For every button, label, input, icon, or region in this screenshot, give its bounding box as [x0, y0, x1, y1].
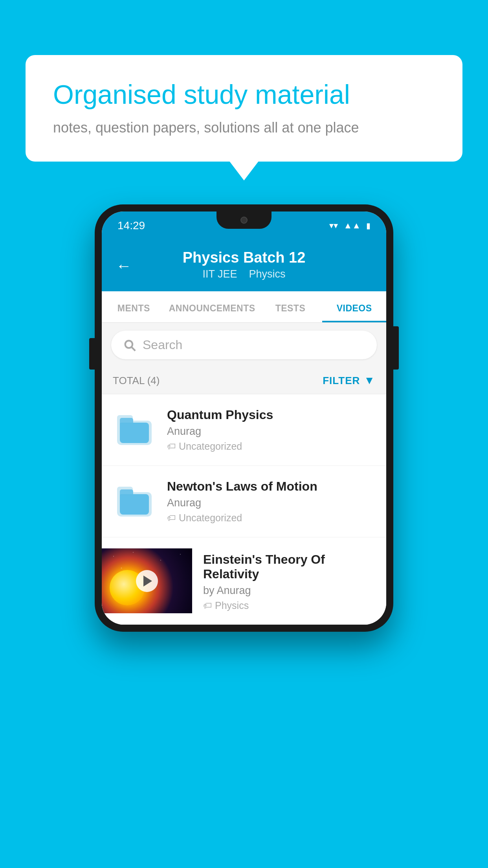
back-button[interactable]: ←	[116, 257, 132, 274]
battery-icon: ▮	[366, 221, 371, 230]
video-thumbnail	[102, 548, 192, 613]
tab-videos[interactable]: VIDEOS	[322, 291, 386, 322]
header-subtitle: IIT JEE Physics	[116, 268, 372, 280]
speech-bubble: Organised study material notes, question…	[26, 55, 462, 162]
subtitle-physics: Physics	[249, 268, 286, 280]
svg-point-0	[125, 340, 132, 348]
wifi-icon: ▾▾	[329, 221, 338, 231]
list-item[interactable]: Quantum Physics Anurag 🏷 Uncategorized	[102, 394, 386, 466]
list-item[interactable]: Newton's Laws of Motion Anurag 🏷 Uncateg…	[102, 466, 386, 537]
total-count: TOTAL (4)	[113, 375, 160, 387]
search-section: Search	[102, 323, 386, 367]
folder-icon-wrap	[113, 480, 156, 523]
filter-row: TOTAL (4) FILTER ▼	[102, 367, 386, 394]
video-title: Quantum Physics	[167, 408, 375, 422]
search-placeholder: Search	[143, 338, 182, 352]
tag-icon: 🏷	[167, 441, 176, 452]
notch	[216, 211, 272, 229]
filter-button[interactable]: FILTER ▼	[323, 374, 375, 387]
subtitle-iitjee: IIT JEE	[202, 268, 237, 280]
video-author: by Anurag	[203, 585, 364, 597]
list-item[interactable]: Einstein's Theory Of Relativity by Anura…	[102, 537, 386, 625]
play-icon	[143, 576, 152, 587]
search-icon	[123, 338, 136, 352]
tab-ments[interactable]: MENTS	[102, 291, 166, 322]
phone-frame: 14:29 ▾▾ ▲▲ ▮ ← Physics Batch 12 IIT JEE…	[95, 204, 393, 632]
video-info: Einstein's Theory Of Relativity by Anura…	[192, 548, 375, 611]
video-author: Anurag	[167, 497, 375, 509]
status-icons: ▾▾ ▲▲ ▮	[329, 221, 371, 231]
camera	[240, 217, 248, 224]
video-title: Newton's Laws of Motion	[167, 479, 375, 494]
folder-front	[120, 494, 149, 515]
video-tag: 🏷 Uncategorized	[167, 441, 375, 452]
header-title: Physics Batch 12	[116, 249, 372, 266]
tag-icon: 🏷	[167, 513, 176, 523]
phone-screen: 14:29 ▾▾ ▲▲ ▮ ← Physics Batch 12 IIT JEE…	[102, 211, 386, 625]
speech-bubble-container: Organised study material notes, question…	[26, 55, 462, 162]
bubble-subtitle: notes, question papers, solutions all at…	[53, 120, 435, 136]
svg-line-1	[132, 347, 135, 350]
tag-icon: 🏷	[203, 601, 212, 611]
folder-icon-wrap	[113, 408, 156, 452]
video-tag: 🏷 Physics	[203, 600, 364, 611]
bubble-title: Organised study material	[53, 79, 435, 111]
play-button-overlay[interactable]	[136, 570, 158, 592]
phone-mockup: 14:29 ▾▾ ▲▲ ▮ ← Physics Batch 12 IIT JEE…	[95, 204, 393, 632]
signal-icon: ▲▲	[343, 221, 361, 231]
video-tag: 🏷 Uncategorized	[167, 512, 375, 524]
video-list: Quantum Physics Anurag 🏷 Uncategorized	[102, 394, 386, 625]
tab-announcements[interactable]: ANNOUNCEMENTS	[166, 291, 259, 322]
tabs-bar: MENTS ANNOUNCEMENTS TESTS VIDEOS	[102, 291, 386, 323]
folder-front	[120, 423, 149, 443]
filter-icon: ▼	[364, 374, 375, 387]
app-header: ← Physics Batch 12 IIT JEE Physics	[102, 240, 386, 291]
search-bar[interactable]: Search	[111, 331, 377, 359]
video-author: Anurag	[167, 425, 375, 438]
tab-tests[interactable]: TESTS	[259, 291, 323, 322]
video-info: Quantum Physics Anurag 🏷 Uncategorized	[167, 408, 375, 452]
status-bar: 14:29 ▾▾ ▲▲ ▮	[102, 211, 386, 240]
video-title: Einstein's Theory Of Relativity	[203, 552, 364, 581]
status-time: 14:29	[117, 219, 145, 232]
video-info: Newton's Laws of Motion Anurag 🏷 Uncateg…	[167, 479, 375, 524]
